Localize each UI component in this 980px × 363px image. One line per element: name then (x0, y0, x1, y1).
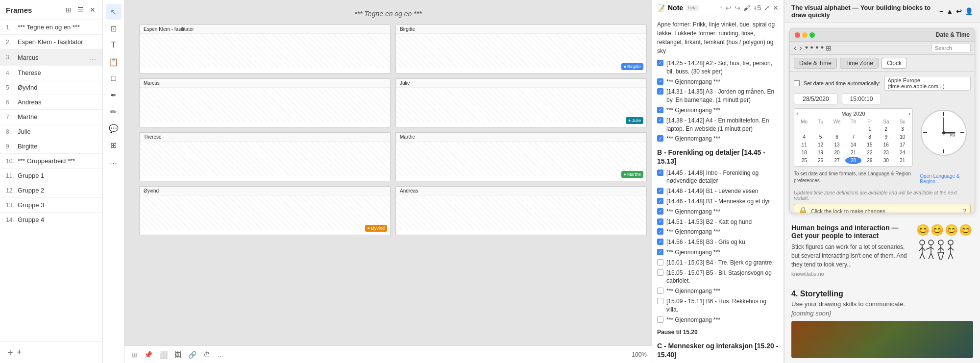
note-b-checkbox-11[interactable] (657, 298, 663, 304)
more-icon[interactable]: … (215, 350, 226, 360)
canvas-frame-1[interactable]: Espen Klem - fasilitator (139, 24, 391, 73)
cal-day-cell[interactable]: 11 (796, 141, 812, 148)
sticky-tool[interactable]: 📋 (106, 54, 122, 70)
sidebar-frame-item-14[interactable]: 14. Gruppe 4 (0, 213, 102, 227)
cal-day-cell[interactable]: 26 (812, 157, 828, 164)
dt-open-lang-btn[interactable]: Open Language & Region... (920, 173, 971, 184)
cal-day-cell[interactable]: 14 (845, 141, 861, 148)
paint-icon[interactable]: 🖌 (743, 4, 750, 12)
cal-day-cell[interactable]: 17 (895, 141, 910, 148)
cal-day-cell[interactable]: 27 (829, 157, 845, 164)
expand-icon[interactable]: ⤢ (764, 4, 770, 12)
sidebar-frame-item-8[interactable]: 8. Julie (0, 124, 102, 139)
note-checkbox-2[interactable] (657, 88, 663, 95)
article-link[interactable]: knowitlabs.no (791, 271, 911, 277)
dt-time-field[interactable]: 15:00:10 (842, 94, 881, 104)
redo-note-icon[interactable]: ↪ (735, 4, 740, 12)
canvas-frame-2[interactable]: Birgitte ● Birgitte (395, 24, 647, 73)
cal-day-cell[interactable]: 3 (895, 125, 910, 133)
lock-icon[interactable]: 🔒 (798, 206, 808, 213)
sidebar-frame-item-7[interactable]: 7. Marthe (0, 110, 102, 124)
dt-tab-time-zone[interactable]: Time Zone (840, 58, 879, 69)
note-b-checkbox-8[interactable] (657, 259, 663, 266)
note-checkbox-0[interactable] (657, 60, 663, 66)
minimize-icon[interactable]: – (939, 7, 943, 15)
sidebar-frame-item-6[interactable]: 6. Andreas (0, 95, 102, 110)
cal-day-cell[interactable]: 31 (895, 157, 910, 164)
canvas-frame-6[interactable]: Marthe ● Marthe (395, 132, 647, 181)
cal-day-cell[interactable]: 30 (878, 157, 894, 164)
timer-icon[interactable]: ⏱ (201, 350, 212, 360)
draw-tool[interactable]: ✏ (106, 104, 122, 120)
profile-icon[interactable]: 👤 (965, 7, 973, 15)
cal-day-cell[interactable]: 4 (796, 133, 812, 141)
maximize-icon[interactable]: ▲ (946, 7, 953, 15)
cal-day-cell[interactable]: 23 (878, 149, 894, 156)
crop-tool[interactable]: ⊞ (106, 137, 122, 153)
cal-next[interactable]: › (908, 111, 910, 117)
cal-day-cell[interactable]: 16 (878, 141, 894, 148)
dt-tab-clock[interactable]: Clock (882, 58, 907, 69)
note-checkbox-4[interactable] (657, 117, 663, 123)
note-b-checkbox-0[interactable] (657, 169, 663, 176)
select-tool[interactable]: ↖ (106, 4, 122, 20)
sidebar-frame-item-10[interactable]: 10. *** Gruppearbeid *** (0, 154, 102, 169)
cal-day-cell[interactable]: 29 (862, 157, 878, 164)
dt-time-server-dropdown[interactable]: Apple Europe (time.euro.apple.com...) (884, 76, 971, 91)
dt-date-field[interactable]: 28/5/2020 (794, 94, 838, 104)
close-note-icon[interactable]: ✕ (773, 4, 779, 12)
menu-icon[interactable]: ☰ (76, 5, 85, 15)
note-checkbox-3[interactable] (657, 107, 663, 113)
sidebar-frame-item-1[interactable]: 1. *** Tegne en og en *** (0, 20, 102, 35)
note-checkbox-5[interactable] (657, 135, 663, 142)
comment-tool[interactable]: 💬 (106, 121, 122, 136)
close-icon[interactable]: ✕ (89, 5, 97, 15)
cal-day-cell[interactable]: 5 (812, 133, 828, 141)
dt-tab-date-&-time[interactable]: Date & Time (794, 58, 837, 69)
cal-day-cell[interactable]: 21 (845, 149, 861, 156)
sidebar-frame-item-11[interactable]: 11. Gruppe 1 (0, 169, 102, 183)
cal-day-cell[interactable]: 6 (829, 133, 845, 141)
cal-day-cell[interactable]: 19 (812, 149, 828, 156)
add-frame-button[interactable]: ＋ + (0, 341, 102, 363)
cal-day-cell[interactable]: 1 (862, 125, 878, 133)
canvas-area[interactable]: *** Tegne en og en *** Espen Klem - fasi… (124, 0, 652, 345)
sidebar-frame-item-5[interactable]: 5. Øyvind (0, 80, 102, 95)
image-icon[interactable]: 🖼 (172, 350, 183, 360)
note-b-checkbox-2[interactable] (657, 198, 663, 204)
cal-day-cell[interactable]: 18 (796, 149, 812, 156)
note-b-checkbox-12[interactable] (657, 316, 663, 323)
more-tool[interactable]: … (106, 154, 122, 169)
note-b-checkbox-3[interactable] (657, 208, 663, 215)
canvas-frame-5[interactable]: Therese (139, 132, 391, 181)
dt-nav-prev[interactable]: ‹ (794, 44, 796, 52)
shape-tool[interactable]: □ (106, 71, 122, 86)
cal-day-cell[interactable]: 8 (862, 133, 878, 141)
select-all-icon[interactable]: ⊞ (129, 350, 139, 360)
grid-icon[interactable]: ⊞ (65, 5, 73, 15)
cal-day-cell[interactable]: 20 (829, 149, 845, 156)
dt-help-icon[interactable]: ? (962, 207, 966, 213)
frame-item-options[interactable]: … (89, 53, 97, 62)
sidebar-frame-item-4[interactable]: 4. Therese (0, 66, 102, 80)
dt-close-btn[interactable] (795, 32, 800, 38)
note-b-checkbox-7[interactable] (657, 249, 663, 255)
sidebar-frame-item-3[interactable]: 3. Marcus … (0, 49, 102, 66)
sidebar-frame-item-2[interactable]: 2. Espen Klem - fasilitator (0, 35, 102, 49)
cal-day-cell[interactable]: 28 (845, 157, 861, 164)
canvas-frame-8[interactable]: Andreas (395, 186, 647, 235)
canvas-frame-7[interactable]: Øyvind ● Øyvind (139, 186, 391, 235)
note-b-checkbox-6[interactable] (657, 239, 663, 245)
pen-tool[interactable]: ✒ (106, 87, 122, 103)
note-checkbox-1[interactable] (657, 78, 663, 85)
note-b-checkbox-5[interactable] (657, 228, 663, 235)
dt-maximize-btn[interactable] (809, 32, 815, 38)
undo-note-icon[interactable]: ↩ (726, 4, 732, 12)
note-b-checkbox-10[interactable] (657, 288, 663, 294)
canvas-frame-4[interactable]: Julie ● Julie (395, 78, 647, 127)
note-b-checkbox-4[interactable] (657, 218, 663, 225)
dt-search-input[interactable] (931, 44, 971, 52)
cal-day-cell[interactable]: 2 (878, 125, 894, 133)
cal-day-cell[interactable]: 13 (829, 141, 845, 148)
dt-nav-next[interactable]: › (799, 44, 802, 52)
